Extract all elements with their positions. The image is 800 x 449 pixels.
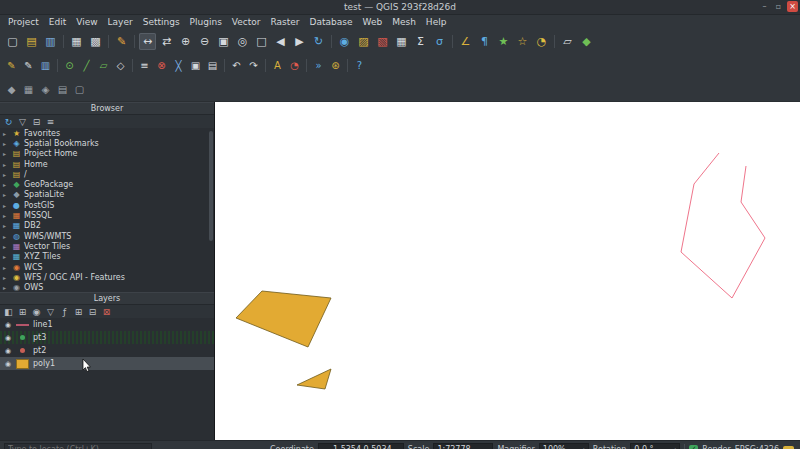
browser-item-spatialite[interactable]: ▸ ◆ SpatiaLite xyxy=(0,190,214,200)
field-calculator-icon[interactable]: Σ xyxy=(412,33,429,50)
magnifier-spinner[interactable]: 100% xyxy=(539,443,589,449)
scrollbar[interactable] xyxy=(209,131,213,241)
open-layer-styling-icon[interactable]: ◧ xyxy=(2,306,15,318)
menu-web[interactable]: Web xyxy=(358,17,388,27)
layer-labeling-icon[interactable]: A xyxy=(270,58,285,73)
help-icon[interactable]: ? xyxy=(352,58,367,73)
open-attribute-table-icon[interactable]: ▦ xyxy=(393,33,410,50)
browser-item-postgis[interactable]: ▸ ● PostGIS xyxy=(0,200,214,210)
copy-features-icon[interactable]: ▣ xyxy=(188,58,203,73)
python-console-icon[interactable]: » xyxy=(311,58,326,73)
expander-icon[interactable]: ▸ xyxy=(3,212,9,219)
open-project-icon[interactable]: ▤ xyxy=(23,33,40,50)
remove-layer-icon[interactable]: ⊠ xyxy=(100,306,113,318)
expander-icon[interactable]: ▸ xyxy=(3,161,9,168)
filter-browser-icon[interactable]: ▽ xyxy=(16,116,29,128)
current-edits-icon[interactable]: ✎ xyxy=(4,58,19,73)
menu-view[interactable]: View xyxy=(71,17,102,27)
menu-layer[interactable]: Layer xyxy=(103,17,138,27)
layout-manager-icon[interactable]: ▩ xyxy=(87,33,104,50)
expander-icon[interactable]: ▸ xyxy=(3,284,9,291)
locate-input[interactable] xyxy=(4,443,152,449)
browser-item-xyz-tiles[interactable]: ▸ ▦ XYZ Tiles xyxy=(0,252,214,262)
select-features-icon[interactable]: ▨ xyxy=(355,33,372,50)
menu-help[interactable]: Help xyxy=(421,17,452,27)
new-project-icon[interactable]: ▢ xyxy=(4,33,21,50)
identify-features-icon[interactable]: ◉ xyxy=(336,33,353,50)
menu-raster[interactable]: Raster xyxy=(266,17,305,27)
toggle-editing-icon[interactable]: ✎ xyxy=(21,58,36,73)
layer-row-poly1[interactable]: ◉ poly1 xyxy=(0,357,214,370)
add-vector-layer-icon[interactable]: ◆ xyxy=(4,82,19,97)
zoom-to-layer-icon[interactable]: □ xyxy=(253,33,270,50)
new-shapefile-layer-icon[interactable]: ▢ xyxy=(72,82,87,97)
add-polygon-feature-icon[interactable]: ▱ xyxy=(96,58,111,73)
expand-all-icon[interactable]: ⊞ xyxy=(72,306,85,318)
expander-icon[interactable]: ▸ xyxy=(3,191,9,198)
visibility-eye-icon[interactable]: ◉ xyxy=(4,360,12,368)
processing-toolbox-icon[interactable]: ⊛ xyxy=(328,58,343,73)
browser-item-wfs-ogc[interactable]: ▸ ◉ WFS / OGC API - Features xyxy=(0,272,214,282)
browser-item-spatial-bookmarks[interactable]: ▸ ◈ Spatial Bookmarks xyxy=(0,138,214,148)
browser-item-vector-tiles[interactable]: ▸ ▦ Vector Tiles xyxy=(0,241,214,251)
browser-properties-icon[interactable]: ≡ xyxy=(44,116,57,128)
browser-item-wcs[interactable]: ▸ ◉ WCS xyxy=(0,262,214,272)
layer-row-pt3[interactable]: ◉ pt3 xyxy=(0,331,214,344)
paste-features-icon[interactable]: ▤ xyxy=(205,58,220,73)
expander-icon[interactable]: ▸ xyxy=(3,171,9,178)
messages-icon[interactable] xyxy=(783,446,794,449)
pan-to-selection-icon[interactable]: ⇄ xyxy=(158,33,175,50)
expander-icon[interactable]: ▸ xyxy=(3,243,9,250)
crs-status[interactable]: EPSG:4326 xyxy=(735,445,779,449)
expander-icon[interactable]: ▸ xyxy=(3,264,9,271)
expander-icon[interactable]: ▸ xyxy=(3,222,9,229)
expander-icon[interactable]: ▸ xyxy=(3,150,9,157)
pan-map-icon[interactable]: ↔ xyxy=(139,33,156,50)
new-map-view-icon[interactable]: ▱ xyxy=(559,33,576,50)
filter-by-expression-icon[interactable]: ƒ xyxy=(58,306,71,318)
render-checkbox[interactable]: ✓ xyxy=(689,445,698,449)
layer-row-line1[interactable]: ◉ line1 xyxy=(0,318,214,331)
expander-icon[interactable]: ▸ xyxy=(3,233,9,240)
add-raster-layer-icon[interactable]: ▦ xyxy=(21,82,36,97)
maximize-icon[interactable]: ▫ xyxy=(773,1,784,12)
layer-row-pt2[interactable]: ◉ pt2 xyxy=(0,344,214,357)
new-print-layout-icon[interactable]: ▦ xyxy=(68,33,85,50)
zoom-last-icon[interactable]: ◀ xyxy=(272,33,289,50)
manage-map-themes-icon[interactable]: ◉ xyxy=(30,306,43,318)
modify-attributes-icon[interactable]: ≡ xyxy=(137,58,152,73)
save-project-icon[interactable]: ▥ xyxy=(42,33,59,50)
filter-legend-icon[interactable]: ▽ xyxy=(44,306,57,318)
menu-mesh[interactable]: Mesh xyxy=(387,17,421,27)
visibility-eye-icon[interactable]: ◉ xyxy=(4,334,12,342)
browser-item-mssql[interactable]: ▸ ▦ MSSQL xyxy=(0,210,214,220)
browser-item-ows[interactable]: ▸ ◉ OWS xyxy=(0,282,214,292)
minimize-icon[interactable]: – xyxy=(759,1,770,12)
expander-icon[interactable]: ▸ xyxy=(3,130,9,137)
rotation-spinner[interactable]: 0.0 ° xyxy=(630,443,680,449)
style-manager-icon[interactable]: ✎ xyxy=(113,33,130,50)
expander-icon[interactable]: ▸ xyxy=(3,253,9,260)
collapse-all-icon[interactable]: ⊟ xyxy=(30,116,43,128)
scale-combo[interactable]: 1:72778 xyxy=(433,443,493,449)
delete-selected-icon[interactable]: ⊗ xyxy=(154,58,169,73)
deselect-features-icon[interactable]: ▧ xyxy=(374,33,391,50)
browser-item-db2[interactable]: ▸ ▦ DB2 xyxy=(0,221,214,231)
browser-item-favorites[interactable]: ▸ ★ Favorites xyxy=(0,128,214,138)
new-bookmark-icon[interactable]: ★ xyxy=(495,33,512,50)
zoom-in-icon[interactable]: ⊕ xyxy=(177,33,194,50)
menu-database[interactable]: Database xyxy=(305,17,358,27)
measure-icon[interactable]: ∠ xyxy=(457,33,474,50)
map-canvas[interactable] xyxy=(215,102,800,440)
vertex-tool-icon[interactable]: ◇ xyxy=(113,58,128,73)
undo-icon[interactable]: ↶ xyxy=(229,58,244,73)
add-delimited-text-icon[interactable]: ▤ xyxy=(55,82,70,97)
cut-features-icon[interactable]: ╳ xyxy=(171,58,186,73)
visibility-eye-icon[interactable]: ◉ xyxy=(4,321,12,329)
add-line-feature-icon[interactable]: ╱ xyxy=(79,58,94,73)
browser-item-geopackage[interactable]: ▸ ◆ GeoPackage xyxy=(0,179,214,189)
temporal-controller-icon[interactable]: ◔ xyxy=(533,33,550,50)
close-icon[interactable]: × xyxy=(787,1,798,12)
add-mesh-layer-icon[interactable]: ◈ xyxy=(38,82,53,97)
menu-edit[interactable]: Edit xyxy=(44,17,71,27)
